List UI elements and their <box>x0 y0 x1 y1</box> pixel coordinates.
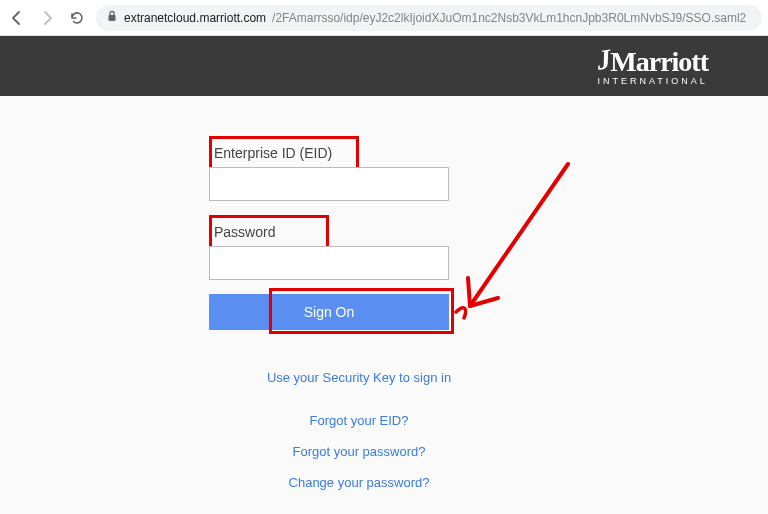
forgot-password-link[interactable]: Forgot your password? <box>209 444 509 459</box>
back-button[interactable] <box>6 7 28 29</box>
main-content: Enterprise ID (EID) Password Sign On Use… <box>0 96 768 506</box>
svg-rect-0 <box>109 15 116 21</box>
address-bar[interactable]: extranetcloud.marriott.com/2FAmarrsso/id… <box>96 5 762 31</box>
marriott-logo: JMarriott INTERNATIONAL <box>597 46 708 86</box>
annotation-highlight-password: Password <box>209 215 329 249</box>
security-key-link[interactable]: Use your Security Key to sign in <box>209 370 509 385</box>
help-links: Use your Security Key to sign in Forgot … <box>209 370 509 490</box>
password-field-group: Password <box>209 215 509 280</box>
annotation-highlight-eid: Enterprise ID (EID) <box>209 136 359 170</box>
url-path: /2FAmarrsso/idp/eyJ2c2lkIjoidXJuOm1nc2Ns… <box>272 11 746 25</box>
reload-button[interactable] <box>66 7 88 29</box>
logo-text: Marriott <box>610 46 708 77</box>
signon-group: Sign On <box>209 294 449 330</box>
password-input[interactable] <box>209 246 449 280</box>
logo-subtext: INTERNATIONAL <box>597 76 708 86</box>
lock-icon <box>106 10 118 25</box>
password-label: Password <box>212 218 281 246</box>
eid-field-group: Enterprise ID (EID) <box>209 136 509 201</box>
browser-toolbar: extranetcloud.marriott.com/2FAmarrsso/id… <box>0 0 768 36</box>
forward-button[interactable] <box>36 7 58 29</box>
eid-input[interactable] <box>209 167 449 201</box>
eid-label: Enterprise ID (EID) <box>212 139 338 167</box>
login-form: Enterprise ID (EID) Password Sign On Use… <box>209 136 509 506</box>
signon-button[interactable]: Sign On <box>209 294 449 330</box>
change-password-link[interactable]: Change your password? <box>209 475 509 490</box>
header: JMarriott INTERNATIONAL <box>0 36 768 96</box>
forgot-eid-link[interactable]: Forgot your EID? <box>209 413 509 428</box>
url-host: extranetcloud.marriott.com <box>124 11 266 25</box>
